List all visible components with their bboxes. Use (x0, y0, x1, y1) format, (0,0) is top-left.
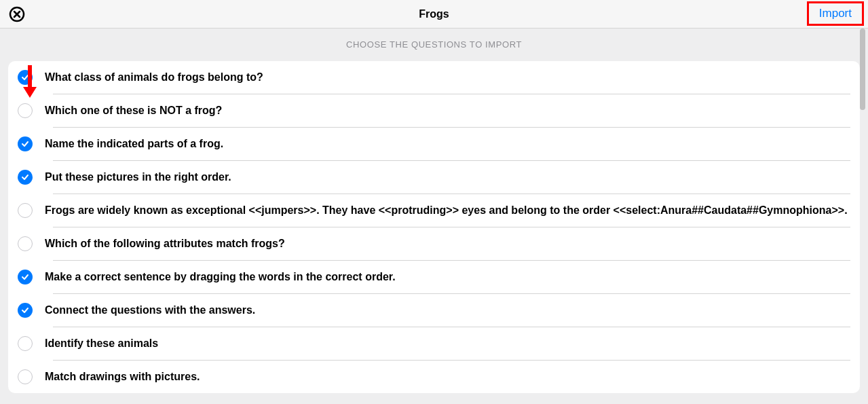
question-checkbox[interactable] (18, 336, 33, 351)
question-text: Name the indicated parts of a frog. (45, 136, 223, 151)
questions-list: What class of animals do frogs belong to… (8, 61, 860, 393)
list-item[interactable]: Name the indicated parts of a frog. (8, 128, 860, 160)
question-text: Frogs are widely known as exceptional <<… (45, 203, 848, 218)
close-icon (9, 6, 25, 22)
question-checkbox[interactable] (18, 369, 33, 384)
scrollbar[interactable] (860, 29, 865, 110)
page-title: Frogs (419, 8, 449, 20)
question-checkbox[interactable] (18, 170, 33, 185)
question-text: Which of the following attributes match … (45, 236, 285, 251)
close-button[interactable] (8, 5, 26, 23)
subheader: CHOOSE THE QUESTIONS TO IMPORT (0, 29, 868, 61)
list-item[interactable]: Make a correct sentence by dragging the … (8, 261, 860, 293)
import-button[interactable]: Import (812, 4, 858, 23)
question-checkbox[interactable] (18, 303, 33, 318)
checkmark-icon (21, 273, 29, 281)
list-item[interactable]: Which one of these is NOT a frog? (8, 94, 860, 127)
question-text: Identify these animals (45, 336, 158, 351)
list-item[interactable]: Put these pictures in the right order. (8, 161, 860, 194)
list-item[interactable]: What class of animals do frogs belong to… (8, 61, 860, 94)
checkmark-icon (21, 173, 29, 181)
checkmark-icon (21, 73, 29, 81)
checkmark-icon (21, 140, 29, 148)
question-text: What class of animals do frogs belong to… (45, 70, 263, 85)
list-item[interactable]: Which of the following attributes match … (8, 227, 860, 260)
question-checkbox[interactable] (18, 203, 33, 218)
question-checkbox[interactable] (18, 136, 33, 151)
question-text: Which one of these is NOT a frog? (45, 103, 222, 118)
list-item[interactable]: Match drawings with pictures. (8, 361, 860, 393)
question-checkbox[interactable] (18, 103, 33, 118)
question-checkbox[interactable] (18, 270, 33, 284)
list-item[interactable]: Connect the questions with the answers. (8, 294, 860, 327)
question-checkbox[interactable] (18, 236, 33, 251)
list-item[interactable]: Identify these animals (8, 327, 860, 360)
subheader-text: CHOOSE THE QUESTIONS TO IMPORT (346, 39, 522, 50)
header: Frogs Import (0, 0, 868, 29)
import-highlight-box: Import (807, 1, 864, 26)
content-area: CHOOSE THE QUESTIONS TO IMPORT What clas… (0, 29, 868, 404)
checkmark-icon (21, 306, 29, 314)
question-text: Connect the questions with the answers. (45, 303, 255, 318)
list-item[interactable]: Frogs are widely known as exceptional <<… (8, 194, 860, 227)
question-checkbox[interactable] (18, 70, 33, 85)
question-text: Match drawings with pictures. (45, 369, 200, 384)
question-text: Make a correct sentence by dragging the … (45, 270, 396, 284)
question-text: Put these pictures in the right order. (45, 170, 231, 185)
